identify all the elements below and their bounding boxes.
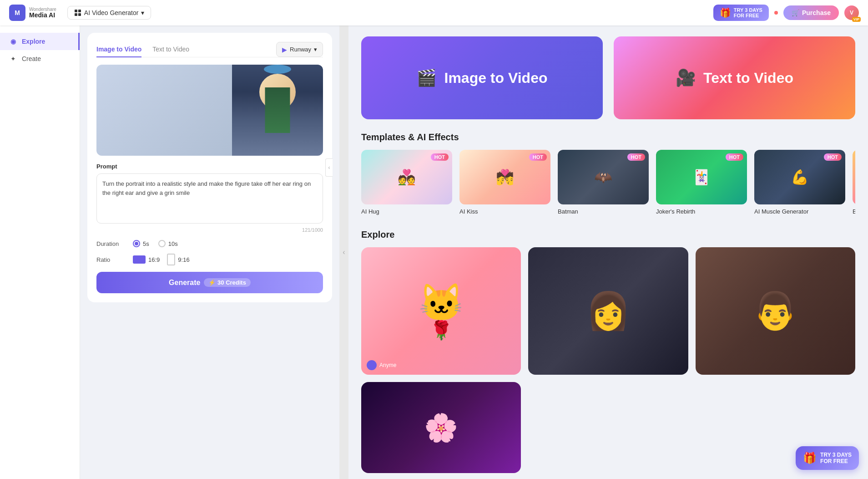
- sidebar-label-create: Create: [22, 55, 41, 62]
- template-baby-face[interactable]: 👶 Baby Fac: [853, 150, 855, 215]
- cart-icon: 🛒: [792, 9, 799, 16]
- template-ai-hug-name: AI Hug: [361, 208, 452, 215]
- svg-rect-2: [75, 13, 77, 16]
- template-baby-thumb: 👶: [853, 150, 855, 204]
- hot-badge-joker: HOT: [726, 153, 743, 161]
- radio-dot-5s: [133, 240, 140, 247]
- logo-text: Wondershare Media AI: [29, 7, 56, 19]
- image-upload-area[interactable]: [96, 65, 323, 156]
- template-ai-kiss-thumb: HOT 💏: [459, 150, 550, 204]
- panel-collapse-arrow[interactable]: ‹: [325, 158, 333, 177]
- grid-icon: [74, 9, 81, 16]
- chevron-down-icon: ▾: [141, 9, 144, 16]
- image-to-video-label: Image to Video: [444, 70, 547, 87]
- template-batman[interactable]: HOT 🦇 Batman: [558, 150, 649, 215]
- template-batman-thumb: HOT 🦇: [558, 150, 649, 204]
- template-ai-hug-thumb: HOT 💑: [361, 150, 452, 204]
- try-corner-text: TRY 3 DAYS FOR FREE: [820, 452, 852, 464]
- radio-dot-10s: [158, 240, 166, 247]
- hot-badge-batman: HOT: [627, 153, 645, 161]
- app-logo: M Wondershare Media AI: [9, 5, 56, 21]
- generate-label: Generate: [169, 279, 200, 287]
- template-batman-name: Batman: [558, 208, 649, 215]
- nav-label: AI Video Generator: [84, 9, 139, 16]
- prompt-label: Prompt: [96, 163, 323, 170]
- duration-label: Duration: [96, 240, 133, 247]
- template-ai-kiss[interactable]: HOT 💏 AI Kiss: [459, 150, 550, 215]
- templates-section: Templates & AI Effects HOT 💑 AI Hug HOT …: [361, 132, 855, 217]
- user-avatar[interactable]: V VIP: [844, 5, 859, 20]
- duration-row: Duration 5s 10s: [96, 240, 323, 247]
- model-label: Runway: [290, 46, 311, 53]
- purchase-label: Purchase: [802, 9, 831, 16]
- user-avatar-cat: [367, 360, 377, 370]
- ratio-9-16[interactable]: 9:16: [167, 254, 189, 265]
- try-banner-text: TRY 3 DAYS FOR FREE: [734, 7, 762, 18]
- portrait-figure: [265, 87, 290, 133]
- template-muscle-thumb: HOT 💪: [754, 150, 845, 204]
- sidebar-item-create[interactable]: ✦ Create: [0, 50, 80, 67]
- duration-10s[interactable]: 10s: [158, 240, 178, 247]
- logo-icon: M: [9, 5, 25, 21]
- explore-card-flower[interactable]: 🌸: [361, 382, 521, 473]
- tab-bar: Image to Video Text to Video ▶ Runway ▾: [96, 42, 323, 57]
- panel-divider[interactable]: ‹: [339, 25, 348, 479]
- avatar-initials: V: [850, 10, 853, 16]
- ratio-16-9-label: 16:9: [148, 256, 160, 263]
- prompt-input[interactable]: Turn the portrait into a realistic style…: [96, 173, 323, 224]
- ratio-16-9[interactable]: 16:9: [133, 255, 160, 264]
- app-header: M Wondershare Media AI AI Video Generato…: [0, 0, 868, 25]
- template-ai-kiss-name: AI Kiss: [459, 208, 550, 215]
- explore-grid: 🐱 🌹 Anyme 👩 👨: [361, 247, 855, 473]
- try-banner[interactable]: 🎁 TRY 3 DAYS FOR FREE: [713, 5, 769, 21]
- main-content: 🎬 Image to Video 🎥 Text to Video Templat…: [348, 25, 868, 479]
- purchase-button[interactable]: 🛒 Purchase: [783, 5, 839, 20]
- hot-badge-ai-hug: HOT: [431, 153, 449, 161]
- user-name-cat: Anyme: [379, 362, 396, 368]
- ratio-options: 16:9 9:16: [133, 254, 190, 265]
- explore-user-cat: Anyme: [367, 360, 396, 370]
- ratio-wide-icon: [133, 255, 146, 264]
- ratio-9-16-label: 9:16: [178, 256, 189, 263]
- duration-options: 5s 10s: [133, 240, 178, 247]
- nav-ai-video-generator[interactable]: AI Video Generator ▾: [67, 6, 151, 20]
- chevron-down-icon: ▾: [314, 46, 317, 53]
- sidebar-label-explore: Explore: [22, 38, 45, 45]
- tab-text-to-video[interactable]: Text to Video: [152, 42, 189, 57]
- ratio-tall-icon: [167, 254, 175, 265]
- explore-card-man[interactable]: 👨: [696, 247, 855, 375]
- explore-section: Explore 🐱 🌹 Anyme 👩: [361, 229, 855, 473]
- template-muscle-name: AI Muscle Generator: [754, 208, 845, 215]
- panel-card: Image to Video Text to Video ▶ Runway ▾: [87, 33, 332, 302]
- duration-5s[interactable]: 5s: [133, 240, 149, 247]
- hero-buttons: 🎬 Image to Video 🎥 Text to Video: [361, 36, 855, 119]
- explore-section-title: Explore: [361, 229, 855, 240]
- try-corner-banner[interactable]: 🎁 TRY 3 DAYS FOR FREE: [796, 446, 859, 470]
- generate-button[interactable]: Generate ⚡ 30 Credits: [96, 272, 323, 293]
- text-to-video-label: Text to Video: [703, 70, 793, 87]
- explore-card-girl[interactable]: 👩: [528, 247, 688, 375]
- duration-5s-label: 5s: [143, 240, 149, 247]
- hero-text-to-video[interactable]: 🎥 Text to Video: [614, 36, 855, 119]
- prompt-char-count: 121/1000: [96, 227, 323, 233]
- templates-section-title: Templates & AI Effects: [361, 132, 855, 143]
- header-right: 🎁 TRY 3 DAYS FOR FREE 🛒 Purchase V VIP: [713, 5, 859, 21]
- template-ai-muscle[interactable]: HOT 💪 AI Muscle Generator: [754, 150, 845, 215]
- app-body: ◉ Explore ✦ Create Image to Video Text t…: [0, 25, 868, 479]
- credit-badge: ⚡ 30 Credits: [204, 278, 251, 287]
- credit-amount: 30 Credits: [217, 279, 246, 286]
- compass-icon: ◉: [9, 37, 17, 46]
- template-jokers-rebirth[interactable]: HOT 🃏 Joker's Rebirth: [656, 150, 747, 215]
- image-to-video-icon: 🎬: [416, 68, 437, 87]
- tab-image-to-video[interactable]: Image to Video: [96, 42, 141, 57]
- model-selector[interactable]: ▶ Runway ▾: [276, 42, 323, 57]
- hero-image-to-video[interactable]: 🎬 Image to Video: [361, 36, 603, 119]
- credit-symbol: ⚡: [208, 279, 216, 286]
- gift-icon: 🎁: [720, 7, 731, 18]
- logo-product: Media AI: [29, 12, 56, 19]
- template-ai-hug[interactable]: HOT 💑 AI Hug: [361, 150, 452, 215]
- template-jokers-name: Joker's Rebirth: [656, 208, 747, 215]
- explore-card-cat[interactable]: 🐱 🌹 Anyme: [361, 247, 521, 375]
- sidebar-item-explore[interactable]: ◉ Explore: [0, 33, 80, 50]
- prompt-section: Prompt Turn the portrait into a realisti…: [96, 163, 323, 233]
